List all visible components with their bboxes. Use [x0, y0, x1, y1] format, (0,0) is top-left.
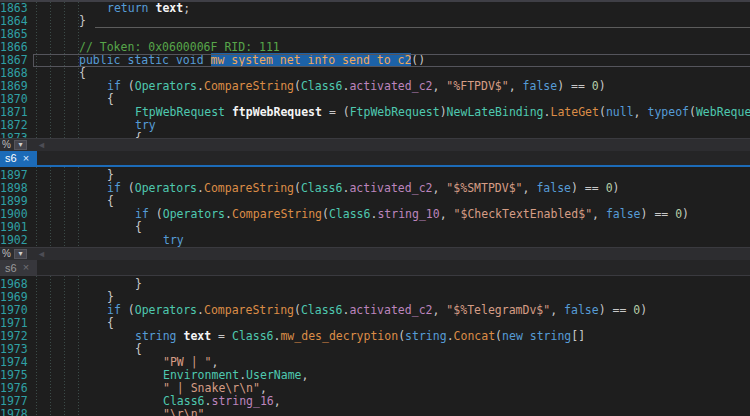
code-text: { [28, 67, 86, 80]
code-line[interactable]: 1974"PW | ", [0, 356, 750, 369]
code-token: ) [682, 207, 689, 221]
code-line[interactable]: 1976" | Snake\r\n", [0, 382, 750, 395]
scroll-left-arrow[interactable]: ◄ [37, 249, 46, 259]
tab-class6[interactable]: s6 × [0, 260, 37, 275]
code-token: text [183, 329, 211, 343]
code-line[interactable]: 1972string text = Class6.mw_des_decrypti… [0, 330, 750, 343]
code-token: CompareString [232, 207, 322, 221]
code-token: ; [183, 2, 190, 15]
code-line[interactable]: 1900if (Operators.CompareString(Class6.s… [0, 208, 750, 221]
code-token: . [225, 207, 232, 221]
code-token: FtpWebRequest [135, 105, 232, 119]
code-token: ( [128, 303, 135, 317]
code-token: Class6 [301, 79, 343, 93]
code-token: { [107, 194, 114, 208]
code-token: "$%TelegramDv$" [446, 303, 550, 317]
code-token: . [197, 181, 204, 195]
code-token: , [592, 207, 606, 221]
code-token: ftpWebRequest [232, 105, 322, 119]
zoom-percent-label: % [0, 248, 14, 260]
editor-pane-middle[interactable]: 1897}1898if (Operators.CompareString(Cla… [0, 167, 750, 247]
code-token: ( [599, 105, 606, 119]
code-token: Operators [135, 303, 197, 317]
code-token: if [107, 79, 128, 93]
code-token: ( [294, 181, 301, 195]
code-token: , [634, 105, 648, 119]
code-text: if (Operators.CompareString(Class6.strin… [28, 208, 689, 221]
zoom-dropdown-button[interactable]: ▾ [14, 249, 27, 259]
code-line[interactable]: 1867public static void mw_system_net_inf… [0, 54, 750, 67]
member-separator-line [95, 27, 750, 28]
code-token: } [107, 290, 114, 304]
code-token: Class6 [301, 181, 343, 195]
code-line[interactable]: 1863return text; [0, 2, 750, 15]
line-number: 1902 [0, 234, 28, 247]
code-token: ( [495, 329, 502, 343]
code-token: // Token: 0x0600006F RID: 111 [79, 40, 280, 54]
code-token: Operators [135, 79, 197, 93]
code-token: try [163, 233, 184, 247]
zoom-dropdown-button[interactable]: ▾ [14, 140, 27, 150]
code-token: false [564, 303, 599, 317]
code-token: "PW | " [163, 355, 211, 369]
code-text: } [28, 169, 114, 182]
line-number: 1978 [0, 408, 28, 416]
zoom-bar: % ▾ ◄ [0, 247, 750, 260]
close-icon[interactable]: × [23, 153, 29, 164]
code-token: return [107, 2, 155, 15]
code-text: return text; [28, 2, 190, 15]
code-token: , [509, 79, 523, 93]
editor-pane-top[interactable]: 1863return text;1864}18651866// Token: 0… [0, 2, 750, 138]
code-line[interactable]: 1902try [0, 234, 750, 247]
code-line[interactable]: 1973{ [0, 343, 750, 356]
code-token: "$%SMTPDV$" [446, 181, 522, 195]
code-token: . [197, 79, 204, 93]
code-line[interactable]: 1871FtpWebRequest ftpWebRequest = (FtpWe… [0, 106, 750, 119]
code-text: try [28, 234, 184, 247]
code-line[interactable]: 1901{ [0, 221, 750, 234]
chevron-down-icon: ▾ [18, 141, 22, 149]
code-text: } [28, 15, 86, 28]
code-token: } [107, 168, 114, 182]
code-text: { [28, 343, 142, 356]
code-token: new string [502, 329, 571, 343]
code-token: . [197, 303, 204, 317]
code-token: } [79, 14, 86, 28]
code-line[interactable]: 1975Environment.UserName, [0, 369, 750, 382]
tab-label: s6 [5, 262, 17, 274]
code-token: = [211, 329, 232, 343]
code-text: Class6.string_16, [28, 395, 281, 408]
code-text: } [28, 291, 114, 304]
code-line[interactable]: 1872try [0, 119, 750, 132]
zoom-bar: % ▾ ◄ [0, 138, 750, 151]
code-token: try [135, 118, 156, 132]
code-token: activated_c2 [349, 181, 432, 195]
code-token: Environment [163, 368, 239, 382]
code-token: string [405, 329, 447, 343]
code-token: { [135, 342, 142, 356]
code-token: ( [689, 105, 696, 119]
editor-pane-bottom[interactable]: 1968}1969}1970if (Operators.CompareStrin… [0, 276, 750, 416]
code-token: , [523, 181, 537, 195]
code-text: public static void mw_system_net_info_se… [28, 54, 425, 67]
code-token: ) [613, 181, 620, 195]
code-line[interactable]: 1977Class6.string_16, [0, 395, 750, 408]
code-token: null [606, 105, 634, 119]
code-token: , [433, 181, 447, 195]
close-icon[interactable]: × [23, 262, 29, 273]
tab-label: s6 [5, 152, 17, 164]
code-token: "$CheckTextEnabled$" [454, 207, 592, 221]
scroll-left-arrow[interactable]: ◄ [37, 140, 46, 150]
code-text: if (Operators.CompareString(Class6.activ… [28, 182, 620, 195]
code-line[interactable]: 1978"\r\n", [0, 408, 750, 416]
code-text: { [28, 221, 142, 234]
code-token: Concat [454, 329, 496, 343]
code-token: false [536, 181, 571, 195]
code-token: NewLateBinding [447, 105, 544, 119]
code-text: string text = Class6.mw_des_decryption(s… [28, 330, 585, 343]
code-token: } [135, 277, 142, 291]
code-token: UserName [246, 368, 301, 382]
code-token: { [135, 220, 142, 234]
tab-class6[interactable]: s6 × [0, 151, 37, 165]
code-text: if (Operators.CompareString(Class6.activ… [28, 80, 606, 93]
